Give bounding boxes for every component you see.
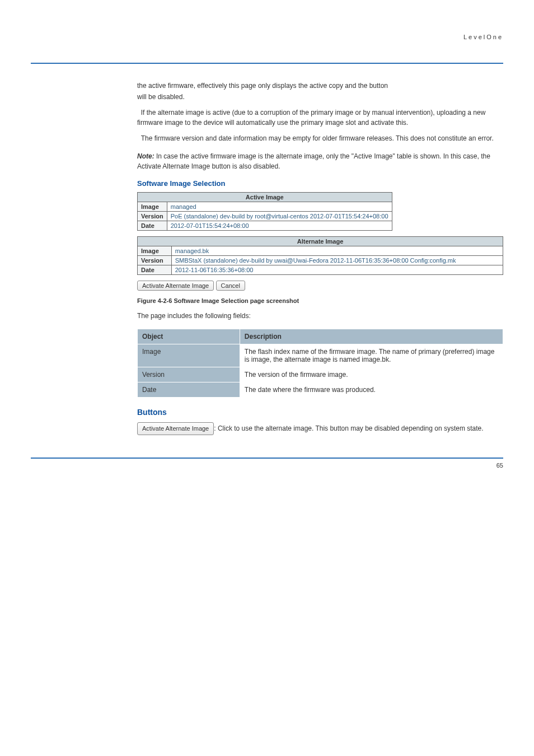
screenshot-button-row: Activate Alternate Image Cancel	[137, 281, 503, 291]
active-image-table: Active Image Image managed Version PoE (…	[137, 192, 392, 231]
active-row-date-label: Date	[138, 221, 167, 231]
param-header-description: Description	[240, 329, 503, 344]
footer-page-number: 65	[496, 462, 503, 469]
active-row-version-value: PoE (standalone) dev-build by root@virtu…	[167, 212, 392, 221]
note-block: Note: In case the active firmware image …	[137, 151, 503, 171]
active-row-image-value: managed	[167, 202, 392, 212]
active-row-image-label: Image	[138, 202, 167, 212]
parameter-table: Object Description Image The flash index…	[137, 329, 503, 398]
cancel-button[interactable]: Cancel	[216, 281, 245, 291]
param-version-desc: The version of the firmware image.	[240, 367, 503, 382]
buttons-heading: Buttons	[137, 408, 503, 417]
activate-alternate-button[interactable]: Activate Alternate Image	[137, 281, 214, 291]
intro-line2: will be disabled.	[137, 92, 503, 102]
active-row-date-value: 2012-07-01T15:54:24+08:00	[167, 221, 392, 231]
param-date-name: Date	[138, 382, 240, 398]
param-header-object: Object	[138, 329, 240, 344]
param-image-desc: The flash index name of the firmware ima…	[240, 344, 503, 367]
activate-alternate-button-inline: Activate Alternate Image	[137, 422, 214, 435]
page-footer: 65	[31, 458, 503, 469]
buttons-description-rest: : Click to use the alternate image. This…	[214, 424, 483, 432]
alt-row-version-label: Version	[138, 256, 172, 265]
alternate-image-header: Alternate Image	[138, 237, 503, 246]
param-image-name: Image	[138, 344, 240, 367]
alt-row-version-value: SMBStaX (standalone) dev-build by uwai@U…	[171, 256, 503, 265]
alt-row-date-value: 2012-11-06T16:35:36+08:00	[171, 265, 503, 275]
header-rule	[31, 63, 503, 64]
note-text: In case the active firmware image is the…	[137, 152, 490, 170]
intro-para3: The firmware version and date informatio…	[137, 133, 503, 143]
screenshot-container: Software Image Selection Active Image Im…	[137, 179, 503, 291]
alt-row-date-label: Date	[138, 265, 172, 275]
figure-caption: Figure 4-2-6 Software Image Selection pa…	[137, 297, 503, 304]
param-date-desc: The date where the firmware was produced…	[240, 382, 503, 398]
buttons-description: Activate Alternate Image: Click to use t…	[137, 422, 503, 435]
alt-row-image-label: Image	[138, 246, 172, 256]
screenshot-title: Software Image Selection	[137, 179, 503, 188]
param-intro: The page includes the following fields:	[137, 311, 503, 321]
note-label: Note:	[137, 152, 154, 160]
alternate-image-table: Alternate Image Image managed.bk Version…	[137, 236, 503, 275]
active-row-version-label: Version	[138, 212, 167, 221]
footer-rule	[31, 458, 503, 459]
header-brand: LevelOne	[31, 34, 503, 40]
intro-line1: the active firmware, effectively this pa…	[137, 81, 503, 91]
intro-para2: If the alternate image is active (due to…	[137, 108, 503, 128]
active-image-header: Active Image	[138, 193, 392, 202]
alt-row-image-value: managed.bk	[171, 246, 503, 256]
param-version-name: Version	[138, 367, 240, 382]
